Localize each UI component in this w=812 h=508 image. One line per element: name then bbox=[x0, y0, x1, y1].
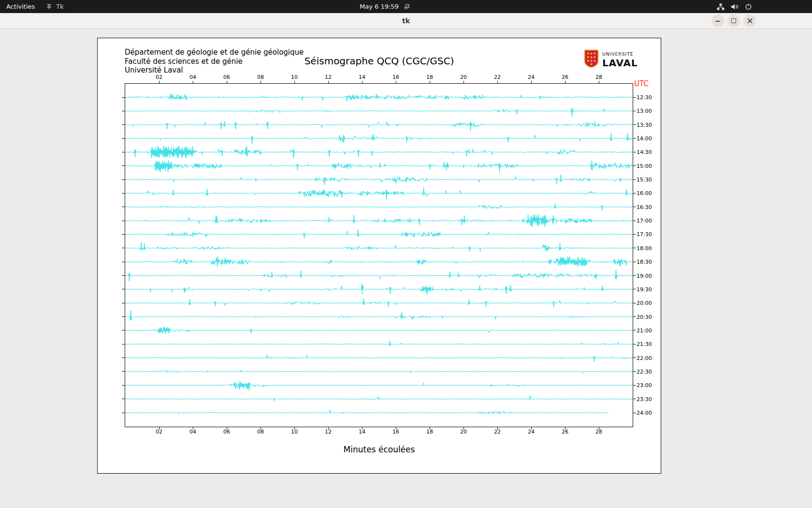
axis-tick-right bbox=[633, 152, 636, 152]
axis-tick-top bbox=[261, 81, 261, 83]
x-tick-label: 26 bbox=[562, 429, 568, 435]
axis-tick-right bbox=[633, 289, 636, 289]
desktop-content: Département de géologie et de génie géol… bbox=[0, 29, 812, 508]
axis-tick-top bbox=[430, 81, 430, 83]
axis-tick-right bbox=[633, 221, 636, 221]
axis-tick-left bbox=[122, 207, 125, 207]
axis-tick-top bbox=[159, 81, 160, 83]
maximize-button[interactable] bbox=[727, 15, 740, 27]
x-axis-title: Minutes écoulées bbox=[98, 445, 661, 454]
x-tick-label: 02 bbox=[156, 74, 162, 80]
x-tick-label: 06 bbox=[223, 429, 230, 435]
time-label: 21:30 bbox=[637, 341, 652, 347]
focused-app-label: Tk bbox=[56, 3, 63, 10]
axis-tick-left bbox=[122, 179, 125, 180]
axis-tick-right bbox=[633, 138, 636, 139]
time-label: 13:30 bbox=[637, 121, 652, 128]
axis-tick-right bbox=[633, 262, 636, 262]
axis-tick-left bbox=[122, 371, 125, 372]
axis-tick-left bbox=[122, 262, 125, 262]
time-label: 19:00 bbox=[637, 272, 652, 279]
axis-tick-left bbox=[122, 165, 125, 166]
x-tick-label: 22 bbox=[494, 429, 501, 435]
time-labels: 12:3013:0013:3014:0014:3015:0015:3016:00… bbox=[637, 38, 663, 473]
minimize-button[interactable] bbox=[711, 15, 724, 27]
axis-tick-right bbox=[633, 111, 636, 111]
time-label: 17:30 bbox=[637, 231, 652, 238]
time-label: 16:30 bbox=[637, 204, 652, 210]
x-labels-bottom: 0204060810121416182022242628 bbox=[125, 429, 633, 435]
plot-frame bbox=[125, 83, 633, 427]
x-tick-label: 16 bbox=[392, 429, 399, 435]
axis-tick-right bbox=[633, 385, 636, 386]
axis-tick-left bbox=[122, 221, 125, 221]
axis-tick-right bbox=[633, 207, 636, 207]
axis-tick-right bbox=[633, 303, 636, 303]
x-tick-label: 10 bbox=[291, 74, 298, 80]
axis-tick-left bbox=[122, 97, 125, 98]
axis-tick-right bbox=[633, 275, 636, 276]
x-tick-label: 26 bbox=[562, 74, 568, 80]
system-status-area[interactable] bbox=[717, 0, 752, 13]
axis-tick-left bbox=[122, 399, 125, 399]
time-label: 14:00 bbox=[637, 135, 652, 142]
axis-tick-left bbox=[122, 152, 125, 152]
time-label: 16:00 bbox=[637, 190, 652, 196]
x-tick-label: 28 bbox=[595, 429, 602, 435]
close-button[interactable] bbox=[743, 15, 756, 27]
axis-tick-left bbox=[122, 358, 125, 358]
x-tick-label: 08 bbox=[257, 429, 264, 435]
top-bar: Activities Tk May 6 19:59 bbox=[0, 0, 812, 13]
close-icon bbox=[747, 18, 753, 24]
axis-tick-right bbox=[633, 358, 636, 358]
window-titlebar[interactable]: tk bbox=[0, 13, 812, 29]
axis-tick-right bbox=[633, 165, 636, 166]
time-label: 21:00 bbox=[637, 327, 652, 333]
maximize-icon bbox=[731, 18, 736, 23]
axis-tick-right bbox=[633, 371, 636, 372]
x-tick-label: 18 bbox=[426, 429, 433, 435]
axis-tick-right bbox=[633, 97, 636, 98]
axis-tick-top bbox=[565, 81, 566, 83]
seismograph-window: Département de géologie et de génie géol… bbox=[97, 38, 661, 474]
x-tick-label: 20 bbox=[460, 429, 467, 435]
axis-tick-top bbox=[599, 81, 599, 83]
time-label: 20:00 bbox=[637, 300, 652, 306]
axis-tick-left bbox=[122, 289, 125, 289]
time-label: 22:30 bbox=[637, 368, 652, 374]
axis-tick-left bbox=[122, 303, 125, 303]
clock-button[interactable]: May 6 19:59 bbox=[360, 0, 410, 13]
axis-tick-right bbox=[633, 193, 636, 194]
axis-tick-left bbox=[122, 248, 125, 248]
axis-tick-left bbox=[122, 413, 125, 413]
time-label: 20:30 bbox=[637, 314, 652, 320]
time-label: 18:00 bbox=[637, 245, 652, 251]
x-tick-label: 14 bbox=[359, 74, 365, 80]
axis-tick-left bbox=[122, 385, 125, 386]
notifications-disabled-icon bbox=[404, 3, 410, 10]
time-label: 19:30 bbox=[637, 286, 652, 292]
activities-button[interactable]: Activities bbox=[0, 0, 41, 13]
axis-tick-right bbox=[633, 124, 636, 125]
x-tick-label: 20 bbox=[460, 74, 467, 80]
time-label: 12:30 bbox=[637, 94, 652, 101]
axis-tick-top bbox=[464, 81, 464, 83]
axis-tick-left bbox=[122, 330, 125, 330]
axis-tick-top bbox=[396, 81, 396, 83]
axis-tick-left bbox=[122, 316, 125, 317]
time-label: 23:00 bbox=[637, 382, 652, 388]
axis-tick-top bbox=[362, 81, 362, 83]
tk-app-icon bbox=[45, 3, 53, 10]
focused-app-indicator[interactable]: Tk bbox=[45, 0, 63, 13]
axis-tick-top bbox=[497, 81, 498, 83]
time-label: 13:00 bbox=[637, 108, 652, 114]
time-label: 15:30 bbox=[637, 177, 652, 183]
axis-tick-right bbox=[633, 248, 636, 248]
logo-text: UNIVERSITÉ LAVAL bbox=[602, 52, 638, 68]
axis-tick-right bbox=[633, 330, 636, 330]
x-tick-label: 22 bbox=[494, 74, 501, 80]
minimize-icon bbox=[715, 21, 720, 22]
axis-tick-left bbox=[122, 344, 125, 344]
plot-title: Séismographe QCQ (CGC/GSC) bbox=[98, 55, 661, 67]
x-tick-label: 28 bbox=[595, 74, 602, 80]
